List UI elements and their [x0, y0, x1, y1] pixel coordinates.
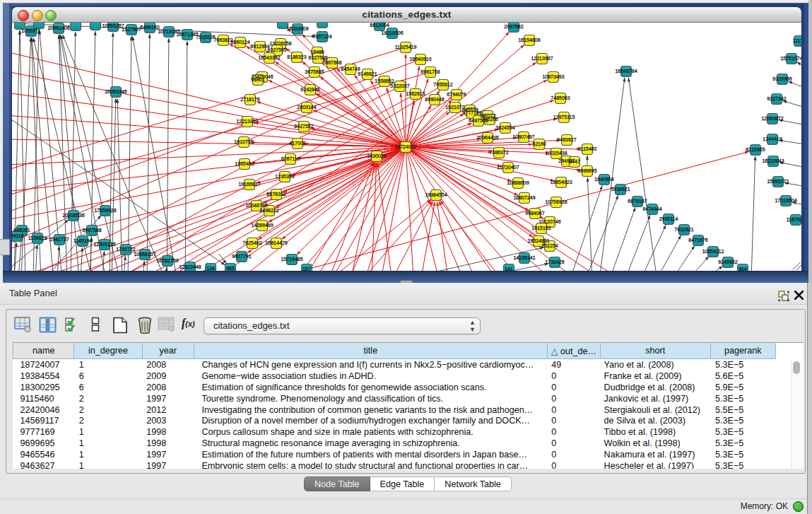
svg-text:965: 965 [226, 266, 235, 271]
svg-text:15692071: 15692071 [767, 179, 789, 184]
svg-text:18724007: 18724007 [394, 144, 416, 149]
svg-text:6879197: 6879197 [628, 199, 647, 204]
svg-text:9227342: 9227342 [767, 96, 786, 101]
svg-text:9115460: 9115460 [578, 146, 597, 151]
svg-text:6794078: 6794078 [447, 92, 466, 97]
svg-text:19166827: 19166827 [238, 182, 260, 187]
svg-text:1562615: 1562615 [406, 91, 425, 96]
svg-text:10120746: 10120746 [539, 219, 560, 224]
svg-text:3498222: 3498222 [259, 208, 278, 213]
svg-text:8215955: 8215955 [746, 147, 765, 152]
svg-text:9447: 9447 [569, 159, 580, 164]
svg-text:19524851: 19524851 [527, 238, 549, 243]
svg-text:18807249: 18807249 [513, 195, 535, 200]
svg-text:16543362: 16543362 [258, 55, 280, 60]
svg-text:8267110: 8267110 [281, 156, 300, 161]
svg-text:252254: 252254 [541, 243, 558, 248]
svg-text:16648784: 16648784 [615, 69, 637, 74]
svg-text:8427552: 8427552 [294, 124, 313, 129]
svg-text:10807487: 10807487 [512, 134, 534, 139]
svg-text:17016504: 17016504 [775, 198, 796, 203]
svg-text:16154808: 16154808 [518, 37, 540, 42]
svg-text:12923448: 12923448 [179, 264, 201, 269]
svg-text:9245652: 9245652 [718, 259, 737, 264]
svg-text:19384554: 19384554 [425, 192, 447, 197]
svg-text:20691406: 20691406 [47, 25, 69, 30]
svg-text:2867608: 2867608 [322, 60, 341, 65]
svg-text:1830029: 1830029 [367, 153, 386, 158]
svg-text:1235359: 1235359 [275, 174, 294, 179]
svg-text:5322037: 5322037 [390, 83, 409, 88]
svg-text:20364436: 20364436 [476, 135, 498, 140]
svg-text:10688609: 10688609 [507, 180, 529, 185]
svg-text:10958107: 10958107 [134, 252, 155, 257]
svg-text:16033809: 16033809 [286, 26, 308, 31]
svg-text:1558852: 1558852 [375, 78, 394, 83]
svg-text:9684067: 9684067 [525, 211, 544, 216]
svg-text:8186323: 8186323 [287, 54, 306, 59]
svg-text:15720407: 15720407 [497, 165, 519, 170]
svg-text:417008: 417008 [289, 141, 305, 146]
svg-text:17359928: 17359928 [94, 208, 116, 213]
svg-text:12505135: 12505135 [93, 242, 115, 247]
svg-text:16671385: 16671385 [176, 32, 198, 37]
svg-text:98901: 98901 [251, 77, 265, 82]
svg-text:9327505: 9327505 [267, 47, 286, 52]
svg-text:8813054: 8813054 [370, 23, 389, 28]
svg-text:2803144: 2803144 [297, 105, 316, 110]
svg-text:1145194: 1145194 [73, 238, 93, 243]
svg-text:12213967: 12213967 [531, 56, 553, 61]
svg-text:7357224: 7357224 [312, 34, 331, 39]
svg-text:15716485: 15716485 [281, 257, 302, 262]
svg-text:1795722: 1795722 [116, 247, 135, 252]
svg-text:6961758: 6961758 [420, 69, 440, 74]
svg-text:1055571: 1055571 [21, 28, 40, 33]
svg-text:1527607: 1527607 [122, 27, 141, 32]
svg-text:16914479: 16914479 [265, 240, 287, 245]
svg-text:1733426: 1733426 [545, 259, 564, 264]
svg-text:9146821: 9146821 [358, 71, 377, 76]
svg-text:12213369: 12213369 [236, 119, 258, 124]
svg-text:8678332: 8678332 [266, 192, 286, 197]
svg-text:3997588: 3997588 [82, 228, 101, 233]
svg-text:9242845: 9242845 [300, 87, 319, 92]
svg-text:8660124: 8660124 [230, 40, 249, 45]
svg-text:18640910: 18640910 [409, 57, 431, 62]
svg-text:13226058: 13226058 [269, 41, 291, 46]
svg-text:3675685: 3675685 [305, 69, 324, 74]
svg-text:14136141: 14136141 [513, 255, 535, 260]
svg-text:835061: 835061 [13, 228, 30, 233]
svg-text:11173: 11173 [793, 38, 801, 43]
svg-text:9474444: 9474444 [642, 206, 661, 211]
svg-text:10046796: 10046796 [245, 203, 267, 208]
svg-text:7625402: 7625402 [242, 240, 261, 245]
svg-text:746266: 746266 [481, 117, 498, 122]
svg-text:7386372: 7386372 [489, 150, 508, 155]
svg-text:9463627: 9463627 [557, 137, 576, 142]
svg-text:10025438: 10025438 [545, 151, 567, 156]
svg-text:9657791: 9657791 [232, 254, 251, 259]
svg-text:3824554: 3824554 [495, 125, 514, 130]
svg-text:1610755: 1610755 [234, 139, 253, 144]
svg-text:9329966: 9329966 [772, 76, 792, 81]
svg-text:1640954: 1640954 [594, 177, 613, 182]
svg-text:1156829: 1156829 [28, 235, 47, 240]
svg-text:1167533: 1167533 [787, 217, 801, 222]
svg-text:15751074: 15751074 [780, 56, 801, 61]
svg-text:10973493: 10973493 [542, 74, 564, 79]
svg-text:19654923: 19654923 [550, 180, 572, 185]
svg-text:7832621: 7832621 [674, 227, 693, 232]
svg-text:2718176: 2718176 [240, 97, 259, 102]
svg-text:1615152: 1615152 [531, 226, 551, 230]
svg-text:7485063: 7485063 [551, 95, 570, 100]
svg-text:16782759: 16782759 [156, 258, 178, 263]
svg-text:2935114: 2935114 [659, 216, 678, 221]
svg-text:20053346: 20053346 [105, 89, 126, 94]
svg-text:1244419: 1244419 [763, 136, 782, 141]
svg-text:8454749: 8454749 [341, 66, 360, 71]
svg-text:14099489: 14099489 [251, 223, 273, 228]
svg-text:5938921: 5938921 [611, 187, 630, 192]
svg-text:8990448: 8990448 [425, 97, 444, 102]
svg-text:1965492: 1965492 [235, 161, 254, 166]
svg-text:62160: 62160 [532, 141, 546, 146]
